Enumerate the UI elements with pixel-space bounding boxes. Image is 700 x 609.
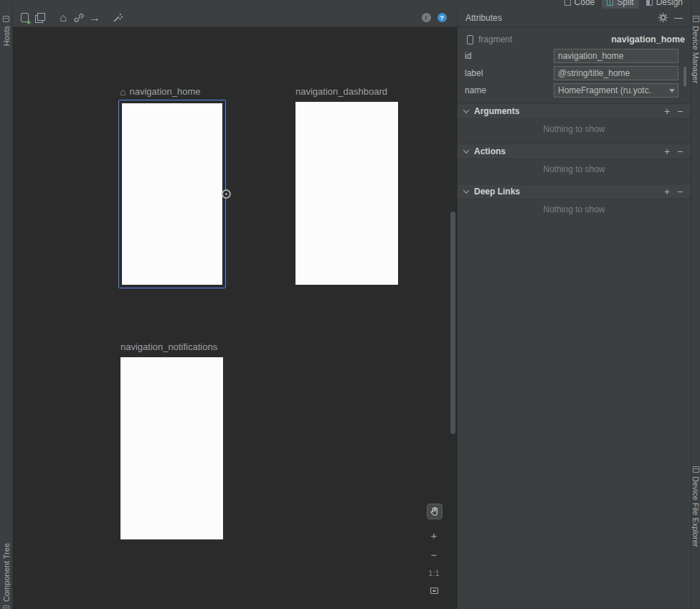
destination-label-dashboard[interactable]: navigation_dashboard — [295, 86, 387, 97]
hide-panel-button[interactable]: — — [671, 10, 686, 26]
plus-icon: + — [664, 186, 670, 197]
gear-icon — [658, 12, 668, 23]
section-header-deep-links[interactable]: Deep Links + − — [458, 184, 691, 199]
destination-frame-dashboard[interactable] — [295, 102, 398, 285]
section-header-actions[interactable]: Actions + − — [458, 143, 691, 159]
right-tool-stripe: Device Manager Device File Explorer — [691, 0, 700, 609]
pan-button[interactable] — [427, 504, 443, 519]
destination-frame-home[interactable] — [118, 100, 226, 288]
id-field[interactable] — [554, 49, 678, 63]
minus-icon: − — [677, 146, 683, 157]
remove-action-button[interactable]: − — [673, 145, 686, 158]
plus-icon: + — [431, 529, 438, 542]
attributes-scrollbar[interactable] — [684, 67, 686, 87]
arguments-section-title: Arguments — [474, 106, 519, 116]
nav-editor-toolbar: ⌂ → ! ? — [13, 9, 457, 27]
zoom-out-button[interactable]: − — [427, 549, 441, 560]
destination-frame-notifications[interactable] — [120, 357, 223, 539]
nested-graph-icon — [35, 13, 45, 23]
canvas-scrollbar[interactable] — [450, 212, 455, 434]
action-handle-icon[interactable] — [222, 189, 231, 199]
add-argument-button[interactable]: + — [661, 105, 673, 118]
editor-mode-tabs: Code Split Design — [559, 0, 688, 9]
destination-name: navigation_notifications — [120, 341, 217, 352]
add-destination-button[interactable] — [16, 10, 32, 26]
destination-label-home[interactable]: ⌂ navigation_home — [120, 86, 201, 97]
code-icon — [564, 0, 571, 6]
design-icon — [646, 0, 653, 6]
fragment-icon — [467, 35, 473, 44]
auto-arrange-icon — [113, 12, 123, 23]
component-id-label: navigation_home — [611, 34, 685, 44]
chevron-expanded-icon — [463, 147, 469, 153]
start-destination-home-icon: ⌂ — [120, 87, 126, 97]
tool-tab-hosts[interactable]: Hosts — [0, 16, 12, 46]
add-deep-link-button[interactable]: + — [661, 185, 673, 198]
deep-links-empty-text: Nothing to show — [458, 199, 691, 219]
zoom-in-button[interactable]: + — [427, 530, 441, 541]
action-arrow-icon: → — [89, 12, 100, 24]
component-tree-icon — [3, 605, 9, 609]
minus-icon: − — [431, 549, 438, 561]
split-icon — [607, 0, 613, 6]
left-tool-stripe: Hosts Component Tree — [0, 0, 13, 609]
add-action-button[interactable]: + — [661, 145, 673, 158]
remove-deep-link-button[interactable]: − — [673, 185, 686, 198]
action-button[interactable]: → — [87, 10, 103, 26]
field-row-label: label — [458, 65, 691, 82]
hosts-label: Hosts — [2, 26, 11, 46]
component-type-label: fragment — [478, 34, 512, 44]
destination-label-notifications[interactable]: navigation_notifications — [120, 341, 217, 352]
device-manager-icon — [693, 16, 699, 22]
design-surface[interactable]: ⌂ navigation_home navigation_dashboard n… — [13, 27, 457, 609]
auto-arrange-button[interactable] — [110, 10, 126, 26]
minus-icon: − — [677, 186, 683, 197]
assign-start-destination-button[interactable]: ⌂ — [55, 10, 71, 26]
tab-design[interactable]: Design — [641, 0, 688, 9]
minus-icon: − — [677, 105, 683, 117]
zoom-to-fit-button[interactable] — [427, 586, 441, 595]
pan-hand-icon — [430, 506, 440, 516]
name-dropdown-value: HomeFragment (ru.yotc. — [558, 85, 666, 95]
tool-tab-device-file-explorer[interactable]: Device File Explorer — [691, 466, 700, 547]
help-button[interactable]: ? — [434, 10, 450, 26]
tab-split[interactable]: Split — [602, 0, 638, 9]
device-file-explorer-label: Device File Explorer — [691, 476, 700, 547]
tab-code-label: Code — [574, 0, 595, 7]
component-summary: fragment navigation_home — [458, 32, 691, 47]
label-field[interactable] — [554, 66, 678, 80]
arguments-empty-text: Nothing to show — [458, 119, 691, 139]
android-studio-navigation-editor: Code Split Design Hosts Component Tree D… — [0, 0, 700, 609]
nested-graph-button[interactable] — [32, 10, 48, 26]
attributes-settings-button[interactable] — [655, 10, 671, 26]
actions-empty-text: Nothing to show — [458, 159, 691, 179]
actions-section-title: Actions — [474, 146, 506, 156]
destination-name: navigation_home — [129, 86, 200, 97]
remove-argument-button[interactable]: − — [673, 105, 686, 118]
hide-icon: — — [674, 13, 683, 23]
section-header-arguments[interactable]: Arguments + − — [458, 103, 691, 119]
inspection-status-button[interactable]: ! — [418, 10, 434, 26]
attributes-title: Attributes — [465, 13, 502, 23]
hosts-icon — [3, 16, 9, 22]
add-destination-icon — [21, 13, 29, 22]
error-indicator-icon: ! — [422, 13, 431, 22]
link-icon — [73, 12, 85, 24]
tab-code[interactable]: Code — [559, 0, 600, 9]
chevron-down-icon — [669, 89, 675, 93]
zoom-to-fit-icon — [430, 586, 439, 595]
plus-icon: + — [664, 146, 670, 157]
device-manager-label: Device Manager — [691, 26, 700, 83]
home-icon: ⌂ — [60, 12, 67, 24]
name-dropdown[interactable]: HomeFragment (ru.yotc. — [554, 83, 678, 98]
help-icon: ? — [438, 13, 447, 22]
tool-tab-component-tree[interactable]: Component Tree — [0, 543, 12, 609]
field-row-name: name HomeFragment (ru.yotc. — [458, 82, 691, 99]
id-field-label: id — [465, 51, 554, 61]
device-file-explorer-icon — [693, 466, 699, 473]
tool-tab-device-manager[interactable]: Device Manager — [691, 16, 700, 83]
destination-preview-home — [122, 103, 222, 285]
deep-link-button[interactable] — [71, 10, 87, 26]
name-field-label: name — [465, 85, 554, 95]
tab-design-label: Design — [656, 0, 683, 7]
